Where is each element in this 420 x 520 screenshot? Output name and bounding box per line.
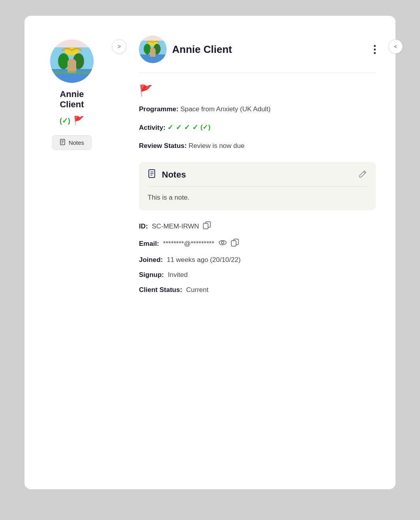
review-status-label: Review Status: bbox=[139, 142, 187, 150]
email-value: ********@********* bbox=[163, 240, 214, 248]
email-eye-icon[interactable] bbox=[218, 238, 227, 249]
review-status-row: Review Status: Review is now due bbox=[139, 141, 376, 151]
flag-badge: 🚩 bbox=[73, 116, 84, 126]
sidebar-client-name: Annie Client bbox=[60, 89, 84, 110]
client-status-label: Client Status: bbox=[139, 286, 182, 294]
flag-icon: 🚩 bbox=[139, 84, 376, 97]
programme-row: Programme: Space from Anxiety (UK Adult) bbox=[139, 104, 376, 114]
notes-title-group: Notes bbox=[148, 169, 186, 181]
chevron-left-icon: < bbox=[394, 43, 397, 50]
svg-rect-11 bbox=[61, 140, 64, 141]
notes-box-title: Notes bbox=[162, 170, 186, 180]
joined-value: 11 weeks ago (20/10/22) bbox=[167, 256, 240, 264]
svg-rect-26 bbox=[150, 175, 152, 176]
signup-value: Invited bbox=[168, 271, 188, 279]
svg-rect-22 bbox=[150, 49, 156, 57]
check-1: ✓ bbox=[167, 122, 173, 133]
header-divider bbox=[139, 73, 376, 73]
svg-rect-24 bbox=[150, 172, 154, 172]
svg-rect-12 bbox=[61, 142, 64, 142]
check-4: ✓ bbox=[192, 122, 198, 133]
notes-content: This is a note. bbox=[139, 187, 376, 210]
svg-rect-32 bbox=[231, 241, 236, 246]
svg-rect-13 bbox=[61, 143, 63, 143]
programme-label: Programme: bbox=[139, 105, 178, 113]
email-copy-icon[interactable] bbox=[231, 239, 239, 249]
svg-point-29 bbox=[219, 241, 226, 245]
chevron-right-icon: > bbox=[118, 43, 121, 50]
email-label: Email: bbox=[139, 240, 159, 248]
activity-label: Activity: bbox=[139, 124, 165, 131]
outer-container: > bbox=[24, 16, 396, 489]
sidebar-badges: (✓) 🚩 bbox=[60, 116, 84, 126]
client-status-row: Client Status: Current bbox=[139, 286, 376, 294]
panel-header-left: Annie Client bbox=[139, 36, 232, 63]
programme-value: Space from Anxiety (UK Adult) bbox=[180, 105, 271, 113]
panel-toggle-button[interactable]: < bbox=[388, 39, 403, 54]
svg-point-19 bbox=[144, 44, 151, 54]
activity-checks: ✓ ✓ ✓ ✓ (✓) bbox=[167, 122, 210, 133]
check-badge: (✓) bbox=[60, 116, 70, 125]
notes-edit-icon[interactable] bbox=[358, 170, 367, 180]
panel-menu-button[interactable] bbox=[374, 45, 376, 54]
panel-client-name: Annie Client bbox=[172, 43, 232, 56]
joined-row: Joined: 11 weeks ago (20/10/22) bbox=[139, 256, 376, 264]
signup-label: Signup: bbox=[139, 271, 164, 279]
id-copy-icon[interactable] bbox=[203, 221, 211, 231]
id-row: ID: SC-MEM-IRWN bbox=[139, 221, 376, 231]
signup-row: Signup: Invited bbox=[139, 271, 376, 279]
svg-point-30 bbox=[221, 241, 224, 244]
activity-row: Activity: ✓ ✓ ✓ ✓ (✓) bbox=[139, 122, 376, 133]
review-status-value: Review is now due bbox=[189, 142, 245, 150]
notes-box: Notes This is a note. bbox=[139, 162, 376, 210]
check-3: ✓ bbox=[184, 122, 190, 133]
check-2: ✓ bbox=[176, 122, 182, 133]
avatar bbox=[50, 39, 94, 83]
svg-rect-9 bbox=[50, 71, 94, 74]
svg-rect-25 bbox=[150, 173, 154, 174]
svg-rect-28 bbox=[203, 223, 208, 229]
check-5-paren: (✓) bbox=[201, 122, 210, 133]
main-panel: < bbox=[119, 16, 396, 489]
joined-label: Joined: bbox=[139, 256, 163, 264]
notes-button[interactable]: Notes bbox=[52, 135, 92, 150]
notes-box-icon bbox=[148, 169, 157, 181]
svg-point-5 bbox=[58, 53, 69, 69]
sidebar-toggle-button[interactable]: > bbox=[112, 39, 126, 54]
email-row: Email: ********@********* bbox=[139, 238, 376, 249]
panel-header: Annie Client bbox=[139, 36, 376, 63]
id-label: ID: bbox=[139, 223, 148, 230]
client-status-value: Current bbox=[186, 286, 209, 294]
notes-button-label: Notes bbox=[69, 139, 84, 146]
id-value: SC-MEM-IRWN bbox=[152, 223, 199, 230]
panel-avatar bbox=[139, 36, 167, 63]
notes-box-header: Notes bbox=[139, 162, 376, 186]
notes-doc-icon bbox=[60, 139, 66, 146]
sidebar: > bbox=[24, 16, 119, 489]
